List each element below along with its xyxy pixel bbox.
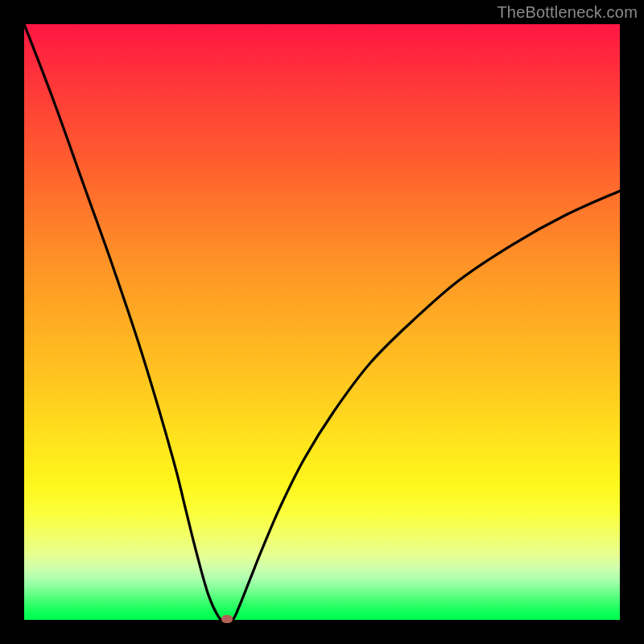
- chart-frame: TheBottleneck.com: [0, 0, 644, 644]
- plot-area: [24, 24, 620, 620]
- bottleneck-curve: [24, 24, 620, 620]
- optimal-point-marker: [221, 615, 233, 623]
- watermark-text: TheBottleneck.com: [497, 3, 638, 22]
